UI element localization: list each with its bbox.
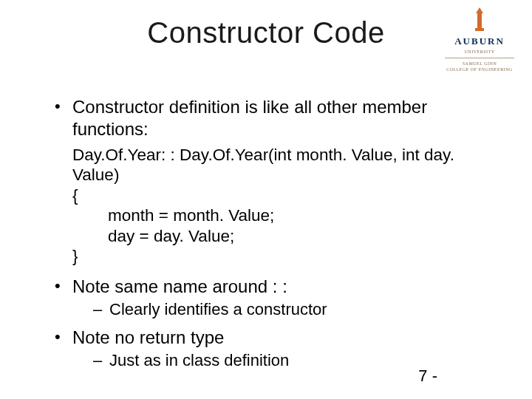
bullet-2: Note same name around : : Clearly identi… (52, 276, 502, 320)
svg-marker-1 (476, 7, 483, 13)
page-number: 7 - (418, 366, 437, 386)
slide-body: Constructor definition is like all other… (52, 96, 502, 378)
logo-subtext-3: COLLEGE OF ENGINEERING (439, 66, 520, 72)
logo-divider (445, 58, 514, 58)
code-line-5: } (72, 247, 78, 265)
code-line-4: day = day. Value; (72, 226, 502, 246)
bullet-3-sub: Just as in class definition (93, 350, 502, 371)
bullet-2-text: Note same name around : : (72, 276, 287, 296)
logo-subtext-1: UNIVERSITY (439, 49, 520, 55)
logo-wordmark: AUBURN (439, 35, 520, 48)
sub-list-2: Clearly identifies a constructor (93, 299, 502, 320)
sub-list-3: Just as in class definition (93, 350, 502, 371)
code-line-2: { (72, 186, 78, 205)
code-line-1: Day.Of.Year: : Day.Of.Year(int month. Va… (72, 146, 454, 184)
bullet-3: Note no return type Just as in class def… (52, 327, 502, 371)
code-line-3: month = month. Value; (72, 205, 502, 225)
bullet-list-2: Note same name around : : Clearly identi… (52, 276, 502, 371)
svg-rect-2 (475, 28, 484, 31)
code-block: Day.Of.Year: : Day.Of.Year(int month. Va… (52, 145, 502, 267)
bullet-1-text: Constructor definition is like all other… (72, 97, 427, 139)
bullet-1: Constructor definition is like all other… (52, 96, 502, 140)
svg-rect-0 (477, 12, 482, 28)
bullet-list: Constructor definition is like all other… (52, 96, 502, 140)
auburn-logo: AUBURN UNIVERSITY SAMUEL GINN COLLEGE OF… (439, 7, 520, 72)
bullet-3-text: Note no return type (72, 327, 224, 347)
logo-subtext-2: SAMUEL GINN (439, 61, 520, 66)
tower-icon (439, 7, 520, 33)
bullet-2-sub: Clearly identifies a constructor (93, 299, 502, 320)
slide: Constructor Code AUBURN UNIVERSITY SAMUE… (0, 0, 532, 399)
